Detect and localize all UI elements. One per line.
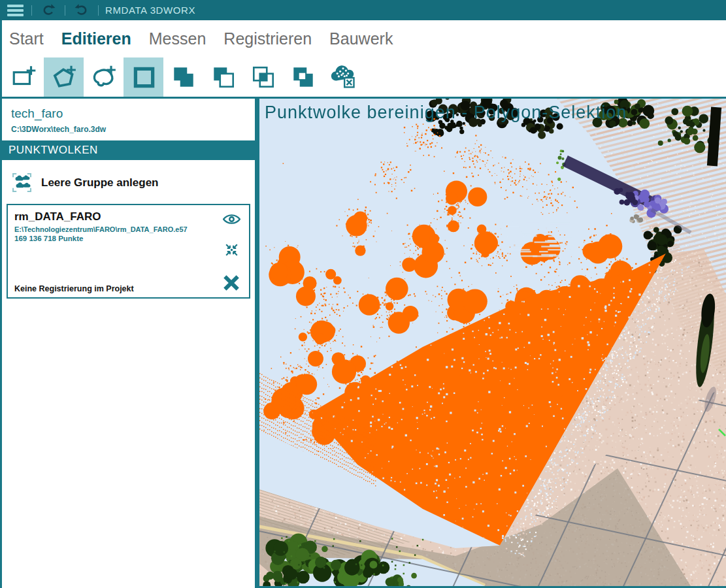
- visibility-eye-button[interactable]: [223, 213, 240, 225]
- selection-intersect-button[interactable]: [243, 57, 283, 97]
- pointcloud-name: rm_DATA_FARO: [14, 210, 215, 223]
- pointcloud-count: 169 136 718 Punkte: [14, 235, 215, 242]
- viewport-mode-title: Punktwolke bereinigen - Polygon-Selektio…: [265, 103, 627, 123]
- selection-mode-rectangle-button[interactable]: [124, 57, 163, 97]
- menu-item-registrieren[interactable]: Registrieren: [223, 29, 312, 48]
- eye-icon: [223, 213, 240, 225]
- intersect-squares-icon: [250, 63, 277, 91]
- pointcloud-registration-status: Keine Registrierung im Projekt: [14, 284, 215, 293]
- selection-replace-button[interactable]: [163, 57, 203, 97]
- new-freehand-selection-button[interactable]: [84, 57, 124, 97]
- viewport-canvas[interactable]: [259, 99, 726, 586]
- titlebar-separator: [98, 5, 99, 16]
- create-empty-group-button[interactable]: Leere Gruppe anlegen: [2, 169, 255, 196]
- menu-item-bauwerk[interactable]: Bauwerk: [329, 29, 393, 48]
- undo-button[interactable]: [39, 0, 58, 20]
- pointcloud-delete-icon: [329, 63, 357, 91]
- pointcloud-card[interactable]: rm_DATA_FARO E:\Technologiezentrum\FARO\…: [7, 204, 250, 299]
- app-title: RMDATA 3DWORX: [105, 5, 195, 16]
- undo-icon: [40, 2, 57, 19]
- content-row: tech_faro C:\3DWorx\tech_faro.3dw PUNKTW…: [2, 99, 726, 588]
- subtract-squares-icon: [289, 63, 317, 91]
- zoom-to-extent-button[interactable]: [223, 242, 240, 258]
- viewport-3d[interactable]: Punktwolke bereinigen - Polygon-Selektio…: [259, 99, 726, 588]
- polygon-plus-icon: [50, 63, 78, 91]
- pointcloud-card-actions: [218, 205, 249, 297]
- replace-squares-icon: [170, 63, 197, 91]
- titlebar-separator: [31, 5, 32, 16]
- project-info: tech_faro C:\3DWorx\tech_faro.3dw: [2, 99, 255, 140]
- sidebar-viewport-divider[interactable]: [255, 99, 259, 588]
- group-clouds-icon: [12, 173, 31, 192]
- selection-subtract-button[interactable]: [283, 57, 323, 97]
- project-path: C:\3DWorx\tech_faro.3dw: [11, 125, 246, 134]
- selection-add-button[interactable]: [203, 57, 243, 97]
- menu-item-start[interactable]: Start: [9, 29, 44, 48]
- punktwolken-section-header: PUNKTWOLKEN: [2, 140, 255, 160]
- new-rectangle-selection-button[interactable]: [4, 57, 44, 97]
- add-squares-icon: [210, 63, 237, 91]
- square-icon: [130, 63, 157, 91]
- remove-pointcloud-button[interactable]: [222, 274, 240, 292]
- delete-selected-points-button[interactable]: [323, 57, 363, 97]
- pointcloud-path: E:\Technologiezentrum\FARO\rm_DATA_FARO.…: [14, 225, 215, 233]
- redo-icon: [73, 2, 90, 19]
- menu-bar: StartEditierenMessenRegistrierenBauwerk: [2, 20, 726, 57]
- lasso-plus-icon: [90, 63, 118, 91]
- rectangle-plus-icon: [10, 63, 38, 91]
- pointcloud-card-info: rm_DATA_FARO E:\Technologiezentrum\FARO\…: [8, 205, 218, 297]
- window-body: StartEditierenMessenRegistrierenBauwerk: [0, 20, 726, 588]
- sidebar: tech_faro C:\3DWorx\tech_faro.3dw PUNKTW…: [2, 99, 255, 588]
- selection-toolbar: [2, 57, 726, 97]
- hamburger-icon: [7, 5, 24, 16]
- menu-item-editieren[interactable]: Editieren: [61, 29, 131, 48]
- project-name: tech_faro: [11, 106, 246, 121]
- redo-button[interactable]: [72, 0, 91, 20]
- close-x-icon: [222, 274, 240, 292]
- title-bar: RMDATA 3DWORX: [0, 0, 726, 20]
- create-empty-group-label: Leere Gruppe anlegen: [41, 176, 159, 189]
- titlebar-separator: [65, 5, 65, 16]
- app-menu-button[interactable]: [5, 0, 25, 20]
- new-polygon-selection-button[interactable]: [44, 57, 84, 97]
- app-window: RMDATA 3DWORX StartEditierenMessenRegist…: [0, 0, 726, 588]
- center-arrows-icon: [223, 242, 240, 258]
- menu-item-messen[interactable]: Messen: [149, 29, 206, 48]
